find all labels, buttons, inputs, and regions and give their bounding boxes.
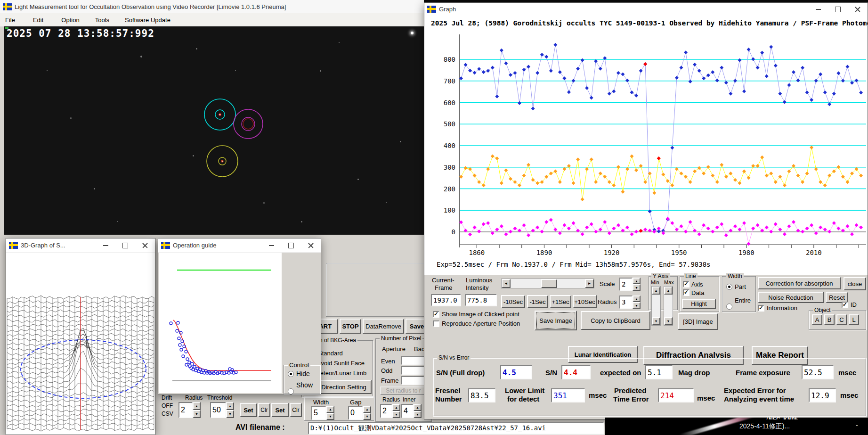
radius2-spinner[interactable]: 2 ▲▼ xyxy=(380,404,401,418)
light-curve-plot[interactable]: 0100200300400500600700800186018901920195… xyxy=(424,31,868,258)
part-radio[interactable] xyxy=(726,284,732,290)
gap-spinner[interactable]: 0 ▲▼ xyxy=(348,406,372,420)
svg-text:1920: 1920 xyxy=(604,249,620,256)
inner-up[interactable]: ▲ xyxy=(414,404,422,411)
dataremove-button[interactable]: DataRemove xyxy=(363,319,404,334)
luminous-label1: Luminous xyxy=(466,277,492,284)
threshold-spinner[interactable]: 50 ▲▼ xyxy=(210,402,235,418)
video-frame[interactable]: 2025 07 28 13:58:57:992 xyxy=(4,26,425,235)
lower-field[interactable]: 351 xyxy=(551,388,585,402)
menu-option[interactable]: Option xyxy=(61,16,79,24)
set2-button[interactable]: Set xyxy=(271,403,289,417)
opguide-maximize-button[interactable] xyxy=(281,239,301,252)
graph3d-titlebar[interactable]: 3D-Graph of S... xyxy=(6,238,155,253)
object-l-button[interactable]: L xyxy=(849,314,859,325)
sn-full-field[interactable]: 4.5 xyxy=(500,365,532,379)
information-checkbox[interactable]: ✓ xyxy=(758,305,764,312)
opguide-close-button[interactable] xyxy=(301,239,321,252)
scroll-left-button[interactable]: ◄ xyxy=(502,279,511,288)
graph3d-minimize-button[interactable] xyxy=(96,239,115,252)
graph-minimize-button[interactable] xyxy=(808,3,828,16)
inner-down[interactable]: ▼ xyxy=(414,411,422,418)
sn-field[interactable]: 4.4 xyxy=(561,365,591,379)
graph-titlebar[interactable]: Graph xyxy=(424,3,868,16)
width-spinner[interactable]: 5 ▲▼ xyxy=(311,406,335,420)
expected-field[interactable]: 5.1 xyxy=(645,365,673,379)
radius2-up[interactable]: ▲ xyxy=(392,404,400,411)
menu-edit[interactable]: Edit xyxy=(33,16,43,24)
entire-radio[interactable] xyxy=(726,304,732,310)
radius2-down[interactable]: ▼ xyxy=(392,411,400,418)
object-a-button[interactable]: A xyxy=(812,314,822,325)
frame-exposure-field[interactable]: 52.5 xyxy=(802,365,834,379)
copy-clipboard-button[interactable]: Copy to ClipBoard xyxy=(581,311,650,330)
graph-maximize-button[interactable] xyxy=(828,3,848,16)
close-button[interactable]: close xyxy=(844,277,866,290)
inner-spinner[interactable]: 4 ▲▼ xyxy=(401,404,422,418)
id-checkbox[interactable]: ✓ xyxy=(842,302,848,308)
menu-software-update[interactable]: Software Update xyxy=(125,16,170,24)
number-of-pixel-groupbox: Number of Pixel Aperture Background Even… xyxy=(375,338,432,422)
axis-checkbox[interactable]: ✓ xyxy=(683,281,690,287)
direction-setting-button[interactable]: Direction Setting xyxy=(316,380,372,394)
yaxis-min-scrollbar[interactable]: ▲ ▼ xyxy=(651,286,661,326)
scroll-right-button[interactable]: ► xyxy=(585,279,594,288)
current-frame-field[interactable]: 1937.0 xyxy=(431,294,461,306)
yaxis-max-up[interactable]: ▲ xyxy=(664,287,673,295)
predicted-field[interactable]: 214 xyxy=(658,388,694,402)
luminous-field[interactable]: 775.8 xyxy=(465,294,497,306)
plus10sec-button[interactable]: +10Sec xyxy=(573,295,597,308)
odd-field[interactable] xyxy=(401,366,424,375)
scale-spinner[interactable]: 2 ▲▼ xyxy=(619,278,641,291)
graph3d-maximize-button[interactable] xyxy=(115,239,135,252)
show-image-checkbox[interactable]: ✓ xyxy=(433,311,439,318)
aperture-overlay[interactable] xyxy=(4,26,425,235)
object-b-button[interactable]: B xyxy=(824,314,835,325)
bkg-avoid-label: Avoid Sunlit Face xyxy=(317,360,365,367)
svg-text:400: 400 xyxy=(444,142,455,149)
yaxis-min-up[interactable]: ▲ xyxy=(652,287,660,295)
frame-scrollbar[interactable]: ◄ ► xyxy=(501,279,594,288)
show-radio[interactable] xyxy=(288,388,294,394)
image-3d-button[interactable]: [3D] Image xyxy=(678,313,718,330)
opguide-minimize-button[interactable] xyxy=(261,239,281,252)
menu-file[interactable]: File xyxy=(5,16,15,24)
set-radius-button[interactable]: Set radius to r xyxy=(380,386,427,395)
plus1sec-button[interactable]: +1Sec xyxy=(550,295,571,308)
main-titlebar[interactable]: Light Measurement tool for Occultation O… xyxy=(0,0,428,13)
limovie-app-icon xyxy=(3,3,12,10)
graph-close-button[interactable] xyxy=(848,3,868,16)
frame-field[interactable] xyxy=(401,376,424,385)
yaxis-max-down[interactable]: ▼ xyxy=(664,317,673,325)
svg-text:300: 300 xyxy=(444,164,455,171)
yaxis-min-down[interactable]: ▼ xyxy=(652,317,660,325)
scroll-thumb[interactable] xyxy=(541,279,557,288)
set1-button[interactable]: Set xyxy=(240,403,257,417)
minus10sec-button[interactable]: -10Sec xyxy=(501,295,525,308)
even-field[interactable] xyxy=(401,356,424,365)
save-image-button[interactable]: Save Image xyxy=(535,311,577,330)
avi-filename-field[interactable]: D:¥(1)Ocult_観測VData¥2025Oct_VData¥202507… xyxy=(308,422,604,435)
hide-radio[interactable] xyxy=(288,371,294,377)
hilight-button[interactable]: Hilight xyxy=(682,299,716,309)
clr2-button[interactable]: Clr xyxy=(290,403,302,417)
drift-radius-spinner[interactable]: 2 ▲▼ xyxy=(178,402,201,418)
minus1sec-button[interactable]: -1Sec xyxy=(527,295,548,308)
experr-label2: Analyzing event time xyxy=(724,395,794,403)
noise-reduction-button[interactable]: Noise Reduction xyxy=(758,292,824,303)
yaxis-max-scrollbar[interactable]: ▲ ▼ xyxy=(664,286,673,326)
experr-field[interactable]: 12.9 xyxy=(809,388,836,402)
fresnel-field[interactable]: 83.5 xyxy=(468,388,495,402)
graph3d-close-button[interactable] xyxy=(135,239,155,252)
thumbnail-strip[interactable]: （NFC_KN05 2025-4-11修正)... - xyxy=(605,418,868,435)
correction-absorption-button[interactable]: Correction for absorption xyxy=(758,277,841,289)
radius-spinner[interactable]: 3 ▲▼ xyxy=(619,295,641,309)
clr1-button[interactable]: Clr xyxy=(258,403,270,417)
menu-tools[interactable]: Tools xyxy=(95,16,109,24)
object-c-button[interactable]: C xyxy=(836,314,847,325)
reproduce-checkbox[interactable] xyxy=(433,320,439,327)
opguide-titlebar[interactable]: Operation guide xyxy=(158,238,321,253)
data-checkbox[interactable]: ✓ xyxy=(683,289,690,296)
stop-button[interactable]: STOP xyxy=(340,319,361,334)
drift-panel: Drift OFF CSV Radius Threshold 2 ▲▼ 50 ▲… xyxy=(158,392,302,422)
